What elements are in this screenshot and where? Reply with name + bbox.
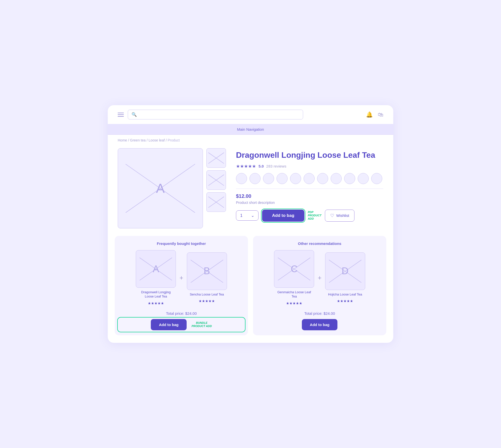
stars: ★★★★★ — [236, 164, 256, 169]
add-to-bag-wrapper: Add to bag — [262, 210, 304, 222]
rating-row: ★★★★★ 5.0 283 reviews — [236, 164, 383, 169]
header: 🔍 🔔 🛍 — [108, 105, 393, 124]
add-to-bag-row: 1 ⌄ Add to bag PDPPRODUCTADD ♡ Wishlist — [236, 210, 383, 222]
cart-icon[interactable]: 🛍 — [378, 111, 383, 118]
swatch-8[interactable] — [331, 173, 342, 184]
other-rec-product-c: C Genmaicha Loose Leaf Tea ★★★★★ — [274, 250, 314, 305]
page-wrapper: 🔍 🔔 🛍 Main Navigation Home / Green tea /… — [108, 105, 393, 343]
product-d-stars: ★★★★★ — [337, 299, 353, 303]
image-gallery: A — [118, 148, 226, 228]
other-recommendations-products: C Genmaicha Loose Leaf Tea ★★★★★ + D Hoj… — [259, 250, 380, 305]
frequently-bought-total: Total price: $24.00 — [121, 311, 242, 316]
bundle-product-add-label: BUNDLEPRODUCT ADD — [192, 321, 212, 328]
rating-score: 5.0 — [259, 164, 264, 168]
thumbnail-column — [206, 148, 226, 228]
product-a-letter: A — [153, 264, 159, 274]
swatch-5[interactable] — [290, 173, 301, 184]
thumbnail-1[interactable] — [206, 148, 226, 168]
bundle-add-to-bag-button[interactable]: Add to bag — [151, 319, 186, 330]
product-c-letter: C — [291, 264, 298, 274]
swatch-2[interactable] — [249, 173, 261, 184]
bundle-btn-area-right: Add to bag — [259, 319, 380, 330]
swatch-9[interactable] — [344, 173, 355, 184]
product-a-image: A — [136, 250, 176, 288]
search-bar: 🔍 — [128, 110, 303, 119]
notification-icon[interactable]: 🔔 — [366, 111, 373, 118]
bundle-add-section-right: Total price: $24.00 Add to bag — [259, 309, 380, 335]
breadcrumb-green-tea[interactable]: Green tea — [130, 138, 146, 142]
bundle-add-section-left: Total price: $24.00 Add to bag BUNDLEPRO… — [121, 309, 242, 335]
product-b-stars: ★★★★★ — [199, 299, 215, 303]
plus-sign-1: + — [179, 274, 183, 282]
product-d-image: D — [325, 252, 365, 290]
product-c-image: C — [274, 250, 314, 288]
product-d-letter: D — [342, 266, 348, 276]
thumbnail-2[interactable] — [206, 170, 226, 190]
recommendations-section: Frequently bought together A Dragonwell … — [108, 236, 393, 343]
swatch-6[interactable] — [304, 173, 315, 184]
frequently-bought-products: A Dragonwell Longjing Loose Leaf Tea ★★★… — [121, 250, 242, 305]
product-d-name: Hojicha Loose Leaf Tea — [328, 292, 362, 297]
breadcrumb: Home / Green tea / Loose leaf / Product — [108, 135, 393, 146]
product-b-name: Sencha Loose Leaf Tea — [190, 292, 224, 297]
frequently-bought-card: Frequently bought together A Dragonwell … — [115, 236, 248, 335]
other-recommendations-title: Other recommendations — [259, 241, 380, 246]
search-icon: 🔍 — [132, 112, 137, 117]
wishlist-label: Wishlist — [336, 213, 349, 218]
swatch-3[interactable] — [263, 173, 274, 184]
review-count: 283 reviews — [266, 164, 286, 168]
product-a-name: Dragonwell Longjing Loose Leaf Tea — [138, 290, 173, 299]
thumbnail-3[interactable] — [206, 192, 226, 212]
other-rec-product-d: D Hojicha Loose Leaf Tea ★★★★★ — [325, 252, 365, 303]
bundle-btn-area-left: Add to bag BUNDLEPRODUCT ADD — [121, 319, 242, 330]
swatches-row — [236, 173, 383, 189]
other-rec-add-to-bag-button[interactable]: Add to bag — [302, 319, 337, 330]
breadcrumb-loose-leaf[interactable]: Loose leaf — [149, 138, 165, 142]
other-recommendations-card: Other recommendations C Genmaicha Loose … — [253, 236, 386, 335]
product-title: Dragonwell Longjing Loose Leaf Tea — [236, 150, 383, 160]
product-a-stars: ★★★★★ — [148, 301, 164, 305]
breadcrumb-home[interactable]: Home — [118, 138, 127, 142]
main-navigation[interactable]: Main Navigation — [108, 124, 393, 135]
frequently-bought-title: Frequently bought together — [121, 241, 242, 246]
add-to-bag-button[interactable]: Add to bag — [262, 210, 304, 222]
chevron-down-icon: ⌄ — [251, 213, 254, 218]
product-b-letter: B — [204, 266, 210, 276]
product-description: Product short description — [236, 201, 383, 205]
product-b-image: B — [187, 252, 227, 290]
frequently-bought-product-b: B Sencha Loose Leaf Tea ★★★★★ — [187, 252, 227, 303]
swatch-1[interactable] — [236, 173, 247, 184]
frequently-bought-product-a: A Dragonwell Longjing Loose Leaf Tea ★★★… — [136, 250, 176, 305]
search-input[interactable] — [139, 112, 299, 117]
product-price: $12.00 — [236, 193, 383, 199]
wishlist-button[interactable]: ♡ Wishlist — [325, 210, 354, 222]
quantity-selector[interactable]: 1 ⌄ — [236, 210, 259, 221]
swatch-4[interactable] — [277, 173, 288, 184]
swatch-11[interactable] — [371, 173, 382, 184]
swatch-7[interactable] — [317, 173, 328, 184]
product-info: Dragonwell Longjing Loose Leaf Tea ★★★★★… — [236, 148, 383, 228]
plus-sign-2: + — [318, 274, 321, 282]
other-rec-total: Total price: $24.00 — [259, 311, 380, 316]
product-section: A Dragonwell Longjing Loose Leaf Tea ★★★… — [108, 146, 393, 236]
product-c-name: Genmaicha Loose Leaf Tea — [277, 290, 312, 299]
heart-icon: ♡ — [330, 213, 334, 218]
header-icons: 🔔 🛍 — [366, 111, 383, 118]
hamburger-icon[interactable] — [118, 113, 124, 117]
breadcrumb-current: Product — [168, 138, 180, 142]
swatch-10[interactable] — [358, 173, 369, 184]
product-c-stars: ★★★★★ — [286, 301, 302, 305]
pdp-product-add-label: PDPPRODUCTADD — [308, 211, 321, 221]
main-product-image: A — [118, 148, 203, 228]
main-image-letter: A — [156, 181, 165, 196]
quantity-value: 1 — [240, 213, 242, 218]
